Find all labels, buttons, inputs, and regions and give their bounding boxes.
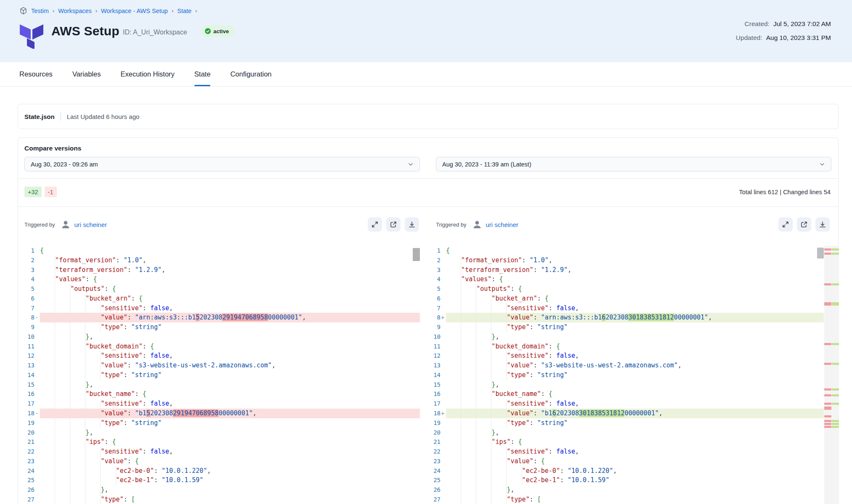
line-number: 17 (430, 399, 441, 409)
compare-versions-card: Compare versions Aug 30, 2023 - 09:26 am… (18, 137, 839, 504)
tab-configuration[interactable]: Configuration (230, 62, 271, 86)
line-number: 20 (430, 428, 441, 438)
diff-sign (441, 361, 446, 370)
version-select-right[interactable]: Aug 30, 2023 - 11:39 am (Latest) (436, 157, 831, 172)
code-line: 12"sensitive": false, (24, 351, 420, 361)
open-in-new-tab-button[interactable] (797, 217, 811, 232)
code-line: 19"type": "string" (430, 418, 839, 428)
code-line: 4"values": { (430, 274, 839, 284)
code-line: 13"value": "s3-website-us-west-2.amazona… (430, 361, 839, 370)
code-text: "ec2-be-1": "10.0.1.59" (40, 475, 420, 485)
code-text: }, (40, 332, 420, 342)
code-text: }, (40, 428, 420, 438)
diff-sign (35, 274, 40, 284)
tab-state[interactable]: State (194, 62, 211, 86)
breadcrumb-separator: › (172, 8, 173, 14)
diff-panel-old: 1{2"format_version": "1.0",3"terraform_v… (24, 246, 420, 504)
updated-label: Updated: (736, 34, 762, 42)
version-select-left[interactable]: Aug 30, 2023 - 09:26 am (24, 157, 420, 172)
scrollbar-thumb[interactable] (413, 248, 420, 261)
code-text: "bucket_domain": { (446, 342, 824, 351)
version-select-left-value: Aug 30, 2023 - 09:26 am (31, 161, 98, 168)
tab-execution-history[interactable]: Execution History (120, 62, 174, 86)
expand-button[interactable] (368, 217, 382, 232)
tab-resources[interactable]: Resources (19, 62, 53, 86)
ruler-addition-mark (832, 363, 839, 365)
breadcrumb-link-state[interactable]: State (177, 8, 191, 14)
code-line: 21"ips": { (430, 437, 839, 447)
open-in-new-tab-button[interactable] (386, 217, 401, 232)
code-line: 14"type": "string" (24, 370, 420, 380)
download-button[interactable] (405, 217, 419, 232)
line-number: 3 (430, 265, 441, 275)
diff-sign (35, 370, 40, 380)
code-line: 23"value": { (430, 457, 839, 466)
code-text: "sensitive": false, (40, 303, 420, 313)
code-text: "terraform_version": "1.2.9", (40, 265, 420, 275)
code-line: 11"bucket_domain": { (24, 342, 420, 351)
state-file-bar: State.json Last Updated 6 hours ago (18, 104, 839, 129)
code-text: }, (40, 485, 420, 495)
code-line: 18+"value": "b16202308301838531812000000… (430, 409, 839, 418)
line-number: 14 (430, 370, 441, 380)
diff-sign (441, 342, 446, 351)
ruler-addition-mark (832, 253, 839, 255)
code-line: 16"bucket_name": { (430, 389, 839, 399)
diff-sign (441, 466, 446, 476)
code-text: "ec2-be-1": "10.0.1.59" (446, 475, 824, 485)
ruler-deletion-mark (824, 248, 831, 251)
created-label: Created: (745, 20, 770, 28)
line-number: 14 (24, 370, 35, 380)
breadcrumb: Testim › Workspaces › Workspace - AWS Se… (19, 7, 197, 15)
tab-variables[interactable]: Variables (72, 62, 101, 86)
code-line: 5"outputs": { (24, 284, 420, 294)
code-text: "bucket_domain": { (40, 342, 420, 351)
expand-button[interactable] (778, 217, 793, 232)
line-number: 8 (430, 313, 441, 322)
code-text: }, (446, 428, 824, 438)
code-line: 15}, (430, 380, 839, 390)
breadcrumb-link-workspaces[interactable]: Workspaces (58, 8, 92, 14)
code-text: "value": { (446, 457, 824, 466)
breadcrumb-link-workspace-aws-setup[interactable]: Workspace - AWS Setup (101, 8, 168, 14)
code-line: 16"bucket_name": { (24, 389, 420, 399)
workspace-header: Testim › Workspaces › Workspace - AWS Se… (0, 0, 852, 62)
triggered-by-user-link[interactable]: uri scheiner (486, 221, 519, 228)
line-number: 9 (430, 322, 441, 332)
code-text: "ips": { (40, 437, 420, 447)
line-number: 5 (24, 284, 35, 294)
workspace-tabs: Resources Variables Execution History St… (0, 62, 852, 87)
chevron-down-icon (819, 161, 825, 167)
line-number: 16 (430, 389, 441, 399)
diff-overview-ruler[interactable] (824, 246, 839, 504)
ruler-addition-mark (832, 302, 839, 306)
line-number: 25 (24, 475, 35, 485)
code-line: 13"value": "s3-website-us-west-2.amazona… (24, 361, 420, 370)
ruler-deletion-mark (824, 302, 831, 306)
ruler-deletion-mark (824, 283, 831, 285)
workspace-id: ID: A_Uri_Workspace (123, 29, 187, 36)
code-line: 3"terraform_version": "1.2.9", (430, 265, 839, 275)
line-number: 13 (430, 361, 441, 370)
code-line: 24"ec2-be-0": "10.0.1.220", (24, 466, 420, 476)
diff-sign (35, 418, 40, 428)
download-button[interactable] (815, 217, 830, 232)
code-line: 1{ (430, 246, 839, 256)
version-select-right-value: Aug 30, 2023 - 11:39 am (Latest) (442, 161, 531, 168)
code-text: "value": "arn:aws:s3:::b1620230830183853… (446, 313, 824, 322)
scrollbar-thumb[interactable] (817, 248, 824, 259)
breadcrumb-link-testim[interactable]: Testim (31, 8, 49, 14)
diff-sign (35, 342, 40, 351)
line-number: 6 (430, 294, 441, 303)
diff-sign (441, 475, 446, 485)
line-number: 23 (430, 457, 441, 466)
diff-sign (441, 380, 446, 390)
line-number: 11 (24, 342, 35, 351)
triggered-by-user-link[interactable]: uri scheiner (74, 221, 107, 228)
ruler-addition-mark (832, 394, 839, 396)
ruler-addition-mark (832, 388, 839, 391)
code-line: 15}, (24, 380, 420, 390)
code-line: 9"type": "string" (430, 322, 839, 332)
breadcrumb-separator: › (96, 8, 97, 14)
line-number: 16 (24, 389, 35, 399)
